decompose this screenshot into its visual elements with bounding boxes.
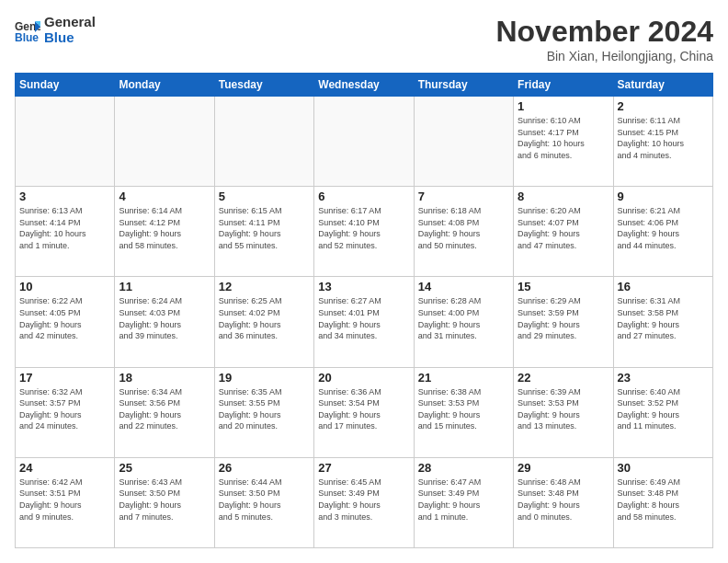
calendar-cell-3-1: 18Sunrise: 6:34 AM Sunset: 3:56 PM Dayli… xyxy=(115,367,214,457)
day-info: Sunrise: 6:44 AM Sunset: 3:50 PM Dayligh… xyxy=(219,477,310,523)
calendar-cell-4-1: 25Sunrise: 6:43 AM Sunset: 3:50 PM Dayli… xyxy=(115,457,214,547)
day-info: Sunrise: 6:24 AM Sunset: 4:03 PM Dayligh… xyxy=(119,295,210,341)
calendar-cell-2-2: 12Sunrise: 6:25 AM Sunset: 4:02 PM Dayli… xyxy=(214,277,313,367)
week-row-2: 3Sunrise: 6:13 AM Sunset: 4:14 PM Daylig… xyxy=(16,187,713,277)
day-number: 26 xyxy=(219,461,310,475)
calendar-cell-4-0: 24Sunrise: 6:42 AM Sunset: 3:51 PM Dayli… xyxy=(16,457,115,547)
day-number: 18 xyxy=(119,371,210,385)
calendar-cell-4-4: 28Sunrise: 6:47 AM Sunset: 3:49 PM Dayli… xyxy=(414,457,513,547)
day-info: Sunrise: 6:38 AM Sunset: 3:53 PM Dayligh… xyxy=(418,386,509,432)
calendar-cell-0-1 xyxy=(115,97,214,187)
day-number: 27 xyxy=(318,461,409,475)
calendar-cell-4-2: 26Sunrise: 6:44 AM Sunset: 3:50 PM Dayli… xyxy=(214,457,313,547)
day-info: Sunrise: 6:32 AM Sunset: 3:57 PM Dayligh… xyxy=(19,386,110,432)
day-info: Sunrise: 6:28 AM Sunset: 4:00 PM Dayligh… xyxy=(418,295,509,341)
day-number: 30 xyxy=(618,461,709,475)
day-number: 14 xyxy=(418,280,509,293)
calendar-cell-4-6: 30Sunrise: 6:49 AM Sunset: 3:48 PM Dayli… xyxy=(613,457,712,547)
calendar-cell-0-6: 2Sunrise: 6:11 AM Sunset: 4:15 PM Daylig… xyxy=(613,97,712,187)
day-number: 17 xyxy=(19,371,110,385)
week-row-1: 1Sunrise: 6:10 AM Sunset: 4:17 PM Daylig… xyxy=(16,97,713,187)
calendar-cell-3-5: 22Sunrise: 6:39 AM Sunset: 3:53 PM Dayli… xyxy=(514,367,613,457)
calendar-cell-0-3 xyxy=(314,97,414,187)
day-number: 4 xyxy=(119,190,210,203)
day-number: 10 xyxy=(19,280,110,293)
logo-icon: General Blue xyxy=(15,17,40,43)
day-number: 23 xyxy=(618,371,709,385)
day-number: 12 xyxy=(219,280,310,293)
calendar-cell-1-3: 6Sunrise: 6:17 AM Sunset: 4:10 PM Daylig… xyxy=(314,187,414,277)
day-number: 5 xyxy=(219,190,310,203)
day-info: Sunrise: 6:29 AM Sunset: 3:59 PM Dayligh… xyxy=(518,295,609,341)
day-info: Sunrise: 6:11 AM Sunset: 4:15 PM Dayligh… xyxy=(618,115,709,161)
day-info: Sunrise: 6:39 AM Sunset: 3:53 PM Dayligh… xyxy=(518,386,609,432)
calendar-cell-3-3: 20Sunrise: 6:36 AM Sunset: 3:54 PM Dayli… xyxy=(314,367,414,457)
calendar-cell-3-6: 23Sunrise: 6:40 AM Sunset: 3:52 PM Dayli… xyxy=(613,367,712,457)
calendar-cell-2-0: 10Sunrise: 6:22 AM Sunset: 4:05 PM Dayli… xyxy=(16,277,115,367)
day-number: 9 xyxy=(618,190,709,203)
col-monday: Monday xyxy=(115,74,214,97)
calendar-cell-2-4: 14Sunrise: 6:28 AM Sunset: 4:00 PM Dayli… xyxy=(414,277,513,367)
day-number: 7 xyxy=(418,190,509,203)
day-info: Sunrise: 6:34 AM Sunset: 3:56 PM Dayligh… xyxy=(119,386,210,432)
day-number: 8 xyxy=(518,190,609,203)
day-info: Sunrise: 6:13 AM Sunset: 4:14 PM Dayligh… xyxy=(19,205,110,251)
day-number: 20 xyxy=(318,371,409,385)
day-info: Sunrise: 6:20 AM Sunset: 4:07 PM Dayligh… xyxy=(518,205,609,251)
day-number: 24 xyxy=(19,461,110,475)
day-info: Sunrise: 6:22 AM Sunset: 4:05 PM Dayligh… xyxy=(19,295,110,341)
calendar-cell-4-3: 27Sunrise: 6:45 AM Sunset: 3:49 PM Dayli… xyxy=(314,457,414,547)
day-number: 2 xyxy=(618,99,709,113)
day-number: 3 xyxy=(19,190,110,203)
day-info: Sunrise: 6:18 AM Sunset: 4:08 PM Dayligh… xyxy=(418,205,509,251)
week-row-5: 24Sunrise: 6:42 AM Sunset: 3:51 PM Dayli… xyxy=(16,457,713,547)
calendar-cell-4-5: 29Sunrise: 6:48 AM Sunset: 3:48 PM Dayli… xyxy=(514,457,613,547)
calendar-cell-2-5: 15Sunrise: 6:29 AM Sunset: 3:59 PM Dayli… xyxy=(514,277,613,367)
calendar-cell-2-1: 11Sunrise: 6:24 AM Sunset: 4:03 PM Dayli… xyxy=(115,277,214,367)
calendar-cell-0-0 xyxy=(16,97,115,187)
day-info: Sunrise: 6:17 AM Sunset: 4:10 PM Dayligh… xyxy=(318,205,409,251)
day-number: 21 xyxy=(418,371,509,385)
day-info: Sunrise: 6:25 AM Sunset: 4:02 PM Dayligh… xyxy=(219,295,310,341)
calendar-header-row: Sunday Monday Tuesday Wednesday Thursday… xyxy=(16,74,713,97)
calendar-cell-0-4 xyxy=(414,97,513,187)
col-thursday: Thursday xyxy=(414,74,513,97)
day-info: Sunrise: 6:43 AM Sunset: 3:50 PM Dayligh… xyxy=(119,477,210,523)
svg-text:Blue: Blue xyxy=(15,31,39,43)
day-info: Sunrise: 6:27 AM Sunset: 4:01 PM Dayligh… xyxy=(318,295,409,341)
col-sunday: Sunday xyxy=(16,74,115,97)
calendar-cell-1-6: 9Sunrise: 6:21 AM Sunset: 4:06 PM Daylig… xyxy=(613,187,712,277)
day-number: 28 xyxy=(418,461,509,475)
day-number: 22 xyxy=(518,371,609,385)
logo: General Blue General Blue xyxy=(15,15,96,45)
logo-line2: Blue xyxy=(44,30,96,46)
calendar-cell-2-6: 16Sunrise: 6:31 AM Sunset: 3:58 PM Dayli… xyxy=(613,277,712,367)
calendar-cell-3-4: 21Sunrise: 6:38 AM Sunset: 3:53 PM Dayli… xyxy=(414,367,513,457)
day-info: Sunrise: 6:48 AM Sunset: 3:48 PM Dayligh… xyxy=(518,477,609,523)
calendar-cell-2-3: 13Sunrise: 6:27 AM Sunset: 4:01 PM Dayli… xyxy=(314,277,414,367)
location-subtitle: Bin Xian, Heilongjiang, China xyxy=(495,49,713,63)
day-info: Sunrise: 6:35 AM Sunset: 3:55 PM Dayligh… xyxy=(219,386,310,432)
day-info: Sunrise: 6:31 AM Sunset: 3:58 PM Dayligh… xyxy=(618,295,709,341)
calendar-cell-0-5: 1Sunrise: 6:10 AM Sunset: 4:17 PM Daylig… xyxy=(514,97,613,187)
week-row-4: 17Sunrise: 6:32 AM Sunset: 3:57 PM Dayli… xyxy=(16,367,713,457)
calendar-cell-1-4: 7Sunrise: 6:18 AM Sunset: 4:08 PM Daylig… xyxy=(414,187,513,277)
calendar-cell-3-2: 19Sunrise: 6:35 AM Sunset: 3:55 PM Dayli… xyxy=(214,367,313,457)
day-info: Sunrise: 6:10 AM Sunset: 4:17 PM Dayligh… xyxy=(518,115,609,161)
day-number: 25 xyxy=(119,461,210,475)
day-number: 15 xyxy=(518,280,609,293)
day-info: Sunrise: 6:45 AM Sunset: 3:49 PM Dayligh… xyxy=(318,477,409,523)
day-info: Sunrise: 6:49 AM Sunset: 3:48 PM Dayligh… xyxy=(618,477,709,523)
calendar-cell-1-2: 5Sunrise: 6:15 AM Sunset: 4:11 PM Daylig… xyxy=(214,187,313,277)
day-number: 16 xyxy=(618,280,709,293)
day-info: Sunrise: 6:21 AM Sunset: 4:06 PM Dayligh… xyxy=(618,205,709,251)
calendar-cell-3-0: 17Sunrise: 6:32 AM Sunset: 3:57 PM Dayli… xyxy=(16,367,115,457)
day-number: 13 xyxy=(318,280,409,293)
day-number: 11 xyxy=(119,280,210,293)
day-number: 29 xyxy=(518,461,609,475)
day-info: Sunrise: 6:47 AM Sunset: 3:49 PM Dayligh… xyxy=(418,477,509,523)
month-title: November 2024 xyxy=(495,15,713,49)
calendar-cell-1-1: 4Sunrise: 6:14 AM Sunset: 4:12 PM Daylig… xyxy=(115,187,214,277)
logo-line1: General xyxy=(44,15,96,30)
day-info: Sunrise: 6:15 AM Sunset: 4:11 PM Dayligh… xyxy=(219,205,310,251)
